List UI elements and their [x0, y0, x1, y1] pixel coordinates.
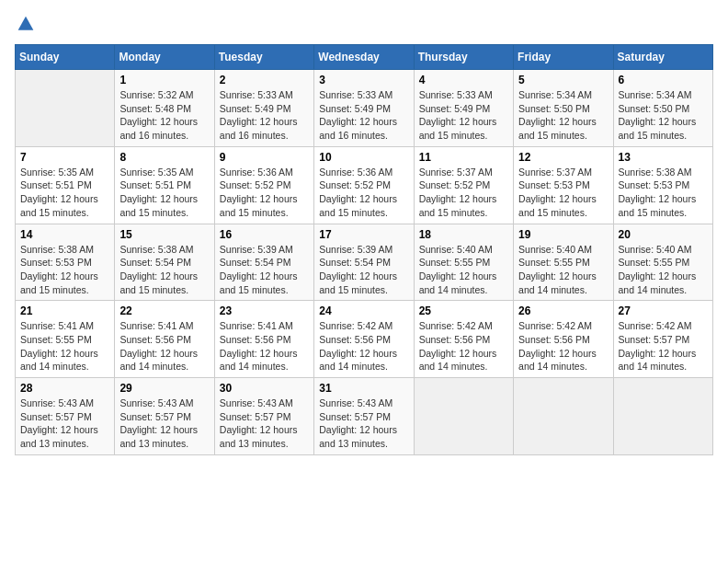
header-saturday: Saturday	[613, 45, 712, 70]
daylight: Daylight: 12 hours and 14 minutes.	[119, 347, 209, 373]
sunrise: Sunrise: 5:33 AM	[220, 88, 309, 102]
calendar-cell: 18 Sunrise: 5:40 AM Sunset: 5:55 PM Dayl…	[414, 224, 513, 301]
sunset: Sunset: 5:56 PM	[518, 333, 608, 347]
day-number: 5	[518, 74, 608, 86]
daylight: Daylight: 12 hours and 13 minutes.	[20, 423, 109, 450]
sunrise: Sunrise: 5:35 AM	[20, 166, 109, 179]
day-info: Sunrise: 5:38 AM Sunset: 5:54 PM Dayligh…	[119, 243, 209, 297]
day-number: 1	[119, 74, 209, 86]
calendar-cell	[613, 378, 712, 455]
calendar-cell: 19 Sunrise: 5:40 AM Sunset: 5:55 PM Dayl…	[514, 224, 613, 301]
sunset: Sunset: 5:53 PM	[20, 256, 109, 270]
daylight: Daylight: 12 hours and 15 minutes.	[518, 115, 608, 142]
day-number: 29	[119, 382, 209, 395]
day-number: 11	[419, 151, 508, 164]
sunset: Sunset: 5:57 PM	[220, 410, 309, 424]
daylight: Daylight: 12 hours and 15 minutes.	[419, 115, 508, 142]
calendar-cell: 20 Sunrise: 5:40 AM Sunset: 5:55 PM Dayl…	[613, 224, 712, 301]
day-info: Sunrise: 5:33 AM Sunset: 5:49 PM Dayligh…	[419, 88, 508, 143]
sunrise: Sunrise: 5:42 AM	[419, 319, 508, 333]
calendar-cell: 23 Sunrise: 5:41 AM Sunset: 5:56 PM Dayl…	[214, 301, 313, 378]
sunset: Sunset: 5:49 PM	[319, 102, 408, 116]
daylight: Daylight: 12 hours and 13 minutes.	[119, 423, 209, 450]
day-number: 16	[220, 228, 309, 241]
calendar-cell: 1 Sunrise: 5:32 AM Sunset: 5:48 PM Dayli…	[115, 70, 214, 147]
calendar-cell: 16 Sunrise: 5:39 AM Sunset: 5:54 PM Dayl…	[214, 224, 313, 301]
sunrise: Sunrise: 5:40 AM	[619, 243, 708, 257]
day-info: Sunrise: 5:38 AM Sunset: 5:53 PM Dayligh…	[619, 166, 708, 220]
sunset: Sunset: 5:52 PM	[319, 178, 408, 192]
sunrise: Sunrise: 5:36 AM	[220, 166, 309, 179]
day-info: Sunrise: 5:42 AM Sunset: 5:56 PM Dayligh…	[518, 319, 608, 373]
sunrise: Sunrise: 5:41 AM	[220, 319, 309, 333]
week-row-2: 7 Sunrise: 5:35 AM Sunset: 5:51 PM Dayli…	[16, 146, 713, 224]
daylight: Daylight: 12 hours and 16 minutes.	[319, 115, 408, 142]
calendar-cell	[414, 378, 513, 455]
calendar-cell: 8 Sunrise: 5:35 AM Sunset: 5:51 PM Dayli…	[115, 146, 214, 224]
sunrise: Sunrise: 5:39 AM	[319, 243, 408, 257]
sunrise: Sunrise: 5:34 AM	[619, 88, 708, 102]
day-info: Sunrise: 5:41 AM Sunset: 5:56 PM Dayligh…	[220, 319, 309, 373]
day-number: 6	[619, 74, 708, 86]
day-info: Sunrise: 5:41 AM Sunset: 5:56 PM Dayligh…	[119, 319, 209, 373]
daylight: Daylight: 12 hours and 15 minutes.	[20, 270, 109, 296]
daylight: Daylight: 12 hours and 15 minutes.	[319, 270, 408, 296]
sunrise: Sunrise: 5:35 AM	[119, 166, 209, 179]
day-info: Sunrise: 5:33 AM Sunset: 5:49 PM Dayligh…	[319, 88, 408, 143]
day-info: Sunrise: 5:40 AM Sunset: 5:55 PM Dayligh…	[419, 243, 508, 297]
calendar-cell: 28 Sunrise: 5:43 AM Sunset: 5:57 PM Dayl…	[16, 378, 115, 455]
day-number: 28	[20, 382, 109, 395]
calendar-cell: 25 Sunrise: 5:42 AM Sunset: 5:56 PM Dayl…	[414, 301, 513, 378]
calendar-cell: 3 Sunrise: 5:33 AM Sunset: 5:49 PM Dayli…	[314, 70, 414, 147]
sunset: Sunset: 5:52 PM	[220, 178, 309, 192]
calendar-cell: 2 Sunrise: 5:33 AM Sunset: 5:49 PM Dayli…	[214, 70, 313, 147]
day-number: 14	[20, 228, 109, 241]
logo	[15, 15, 35, 33]
calendar-cell: 10 Sunrise: 5:36 AM Sunset: 5:52 PM Dayl…	[314, 146, 414, 224]
daylight: Daylight: 12 hours and 14 minutes.	[20, 347, 109, 373]
day-info: Sunrise: 5:35 AM Sunset: 5:51 PM Dayligh…	[119, 166, 209, 220]
sunrise: Sunrise: 5:42 AM	[619, 319, 708, 333]
sunset: Sunset: 5:54 PM	[119, 256, 209, 270]
day-number: 23	[220, 304, 309, 317]
daylight: Daylight: 12 hours and 15 minutes.	[220, 192, 309, 219]
day-info: Sunrise: 5:43 AM Sunset: 5:57 PM Dayligh…	[220, 396, 309, 451]
sunrise: Sunrise: 5:43 AM	[319, 396, 408, 410]
calendar-cell: 11 Sunrise: 5:37 AM Sunset: 5:52 PM Dayl…	[414, 146, 513, 224]
daylight: Daylight: 12 hours and 13 minutes.	[220, 423, 309, 450]
sunset: Sunset: 5:57 PM	[319, 410, 408, 424]
sunrise: Sunrise: 5:43 AM	[220, 396, 309, 410]
day-number: 9	[220, 151, 309, 164]
sunset: Sunset: 5:53 PM	[518, 178, 608, 192]
sunset: Sunset: 5:55 PM	[20, 333, 109, 347]
sunset: Sunset: 5:51 PM	[119, 178, 209, 192]
day-number: 15	[119, 228, 209, 241]
sunrise: Sunrise: 5:37 AM	[518, 166, 608, 179]
day-info: Sunrise: 5:43 AM Sunset: 5:57 PM Dayligh…	[319, 396, 408, 451]
daylight: Daylight: 12 hours and 15 minutes.	[619, 192, 708, 219]
sunset: Sunset: 5:50 PM	[518, 102, 608, 116]
calendar-cell: 14 Sunrise: 5:38 AM Sunset: 5:53 PM Dayl…	[16, 224, 115, 301]
sunset: Sunset: 5:52 PM	[419, 178, 508, 192]
sunset: Sunset: 5:54 PM	[319, 256, 408, 270]
sunset: Sunset: 5:57 PM	[20, 410, 109, 424]
day-info: Sunrise: 5:42 AM Sunset: 5:56 PM Dayligh…	[319, 319, 408, 373]
daylight: Daylight: 12 hours and 14 minutes.	[419, 347, 508, 373]
daylight: Daylight: 12 hours and 15 minutes.	[220, 270, 309, 296]
day-info: Sunrise: 5:41 AM Sunset: 5:55 PM Dayligh…	[20, 319, 109, 373]
day-info: Sunrise: 5:43 AM Sunset: 5:57 PM Dayligh…	[20, 396, 109, 451]
calendar-cell: 13 Sunrise: 5:38 AM Sunset: 5:53 PM Dayl…	[613, 146, 712, 224]
week-row-3: 14 Sunrise: 5:38 AM Sunset: 5:53 PM Dayl…	[16, 224, 713, 301]
daylight: Daylight: 12 hours and 13 minutes.	[319, 423, 408, 450]
day-number: 10	[319, 151, 408, 164]
calendar-cell: 12 Sunrise: 5:37 AM Sunset: 5:53 PM Dayl…	[514, 146, 613, 224]
calendar-table: SundayMondayTuesdayWednesdayThursdayFrid…	[15, 44, 713, 455]
day-info: Sunrise: 5:42 AM Sunset: 5:57 PM Dayligh…	[619, 319, 708, 373]
sunset: Sunset: 5:56 PM	[419, 333, 508, 347]
week-row-4: 21 Sunrise: 5:41 AM Sunset: 5:55 PM Dayl…	[16, 301, 713, 378]
day-number: 7	[20, 151, 109, 164]
daylight: Daylight: 12 hours and 15 minutes.	[518, 192, 608, 219]
day-number: 4	[419, 74, 508, 86]
sunset: Sunset: 5:49 PM	[220, 102, 309, 116]
day-info: Sunrise: 5:42 AM Sunset: 5:56 PM Dayligh…	[419, 319, 508, 373]
